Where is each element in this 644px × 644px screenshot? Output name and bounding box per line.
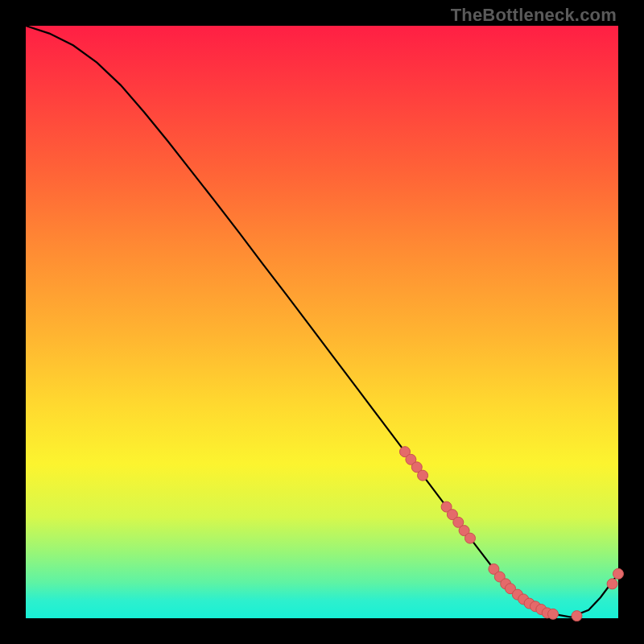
data-marker [613, 568, 624, 579]
watermark-text: TheBottleneck.com [451, 5, 617, 26]
curve-line [26, 26, 618, 617]
chart-plot [26, 26, 618, 618]
chart-frame [26, 26, 618, 618]
data-marker [572, 611, 582, 621]
data-marker [607, 579, 617, 589]
data-marker [548, 609, 559, 619]
data-marker [418, 470, 428, 481]
data-marker [465, 533, 476, 543]
data-markers [400, 447, 624, 621]
